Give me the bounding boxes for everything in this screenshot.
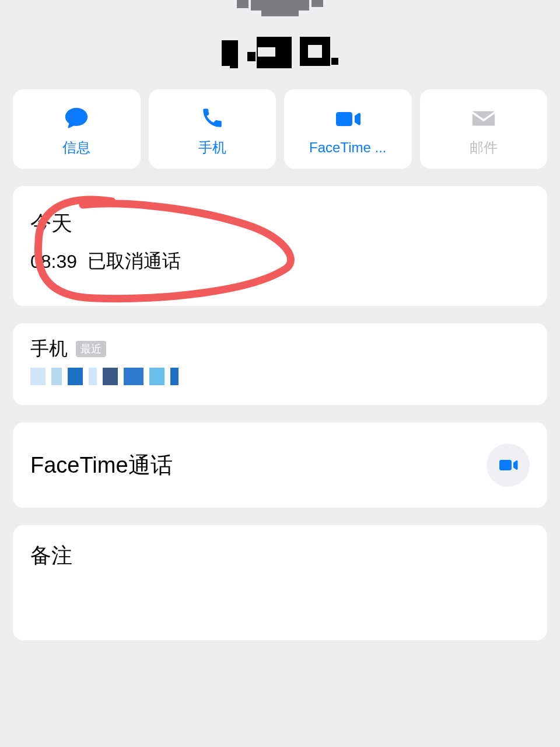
action-label: 邮件 xyxy=(470,138,498,157)
facetime-button[interactable]: FaceTime ... xyxy=(284,89,412,169)
call-button[interactable]: 手机 xyxy=(149,89,276,169)
video-icon xyxy=(498,455,519,476)
mail-button: 邮件 xyxy=(420,89,548,169)
call-log-card: 今天 08:39 已取消通话 xyxy=(13,186,547,306)
notes-card[interactable]: 备注 xyxy=(13,525,547,640)
contact-header xyxy=(0,0,560,72)
facetime-label: FaceTime通话 xyxy=(30,451,173,480)
action-label: FaceTime ... xyxy=(309,139,386,156)
video-icon xyxy=(333,104,362,134)
action-label: 手机 xyxy=(198,138,226,157)
mail-icon xyxy=(469,103,498,132)
contact-actions-row: 信息 手机 FaceTime ... 邮件 xyxy=(0,72,560,169)
phone-number-card[interactable]: 手机 最近 xyxy=(13,323,547,405)
phone-icon xyxy=(198,103,227,132)
call-log-entry: 08:39 已取消通话 xyxy=(30,249,530,274)
call-log-day: 今天 xyxy=(30,210,530,238)
phone-type-row: 手机 最近 xyxy=(30,336,530,362)
call-status: 已取消通话 xyxy=(88,249,181,274)
phone-type-label: 手机 xyxy=(30,336,68,362)
notes-label: 备注 xyxy=(30,542,530,570)
call-time: 08:39 xyxy=(30,251,77,273)
facetime-card[interactable]: FaceTime通话 xyxy=(13,423,547,508)
message-button[interactable]: 信息 xyxy=(13,89,141,169)
phone-number-redacted xyxy=(30,368,530,385)
contact-name-redacted xyxy=(222,37,338,72)
action-label: 信息 xyxy=(62,138,90,157)
recent-badge: 最近 xyxy=(76,341,106,357)
message-icon xyxy=(62,103,91,132)
facetime-video-button[interactable] xyxy=(487,444,530,487)
contact-avatar xyxy=(216,0,344,20)
